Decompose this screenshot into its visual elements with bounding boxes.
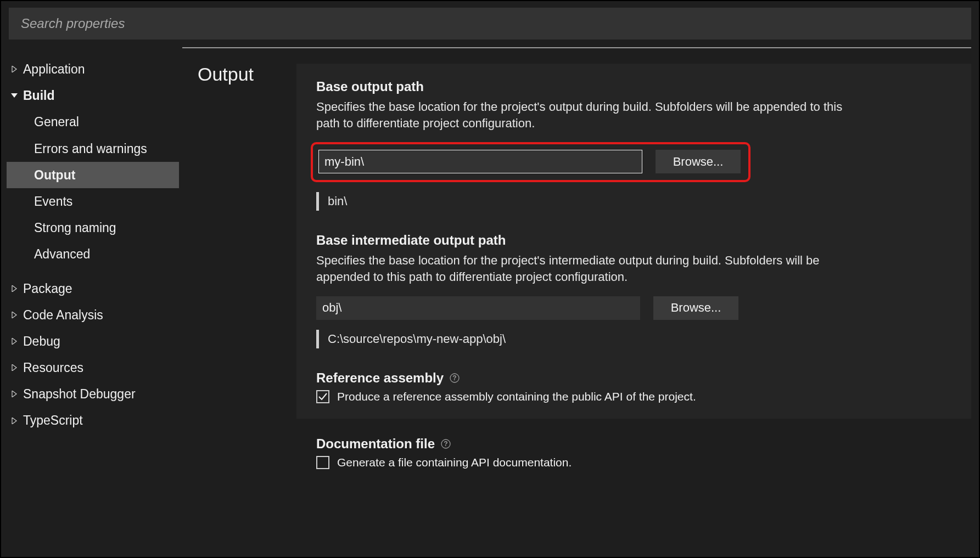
- reference-assembly-checkbox[interactable]: Produce a reference assembly containing …: [316, 390, 951, 403]
- chevron-right-icon: [9, 388, 20, 399]
- sidebar-item-debug[interactable]: Debug: [7, 328, 179, 354]
- browse-button[interactable]: Browse...: [653, 296, 738, 320]
- highlight-annotation: Browse...: [311, 142, 751, 182]
- sidebar-item-label: Code Analysis: [23, 306, 103, 324]
- setting-title: Base intermediate output path: [316, 233, 951, 248]
- sidebar-item-label: Errors and warnings: [34, 140, 147, 157]
- setting-description: Specifies the base location for the proj…: [316, 252, 854, 285]
- chevron-right-icon: [9, 64, 20, 75]
- chevron-right-icon: [9, 362, 20, 373]
- sidebar-item-errors-warnings[interactable]: Errors and warnings: [7, 136, 179, 162]
- checkbox-label: Generate a file containing API documenta…: [337, 456, 572, 469]
- sidebar-item-label: Output: [34, 166, 75, 184]
- sidebar-item-label: Strong naming: [34, 219, 116, 236]
- help-icon[interactable]: ?: [440, 438, 451, 449]
- setting-title: Reference assembly: [316, 370, 444, 386]
- chevron-right-icon: [9, 309, 20, 320]
- sidebar-item-label: Build: [23, 87, 55, 104]
- svg-text:?: ?: [444, 440, 447, 448]
- documentation-file-checkbox[interactable]: Generate a file containing API documenta…: [316, 456, 951, 469]
- sidebar-item-application[interactable]: Application: [7, 56, 179, 82]
- setting-base-intermediate-output-path: Base intermediate output path Specifies …: [316, 233, 951, 348]
- setting-title: Base output path: [316, 79, 951, 94]
- sidebar-item-label: Resources: [23, 359, 83, 376]
- sidebar-item-label: Snapshot Debugger: [23, 385, 136, 403]
- sidebar-item-strong-naming[interactable]: Strong naming: [7, 215, 179, 241]
- checkbox-box: [316, 456, 329, 469]
- chevron-right-icon: [9, 415, 20, 426]
- sidebar-item-label: Events: [34, 193, 72, 210]
- main-content: Output Base output path Specifies the ba…: [182, 47, 971, 557]
- sidebar-item-output[interactable]: Output: [7, 162, 179, 188]
- svg-text:?: ?: [452, 374, 456, 382]
- sidebar-item-events[interactable]: Events: [7, 188, 179, 215]
- sidebar-nav: Application Build General Errors and war…: [1, 47, 182, 557]
- chevron-down-icon: [9, 90, 20, 101]
- browse-button[interactable]: Browse...: [656, 150, 741, 173]
- hint-indicator-icon: [316, 330, 319, 348]
- sidebar-item-label: Application: [23, 60, 85, 78]
- sidebar-item-label: Debug: [23, 332, 60, 350]
- checkbox-label: Produce a reference assembly containing …: [337, 390, 696, 403]
- help-icon[interactable]: ?: [449, 373, 460, 384]
- hint-indicator-icon: [316, 192, 319, 211]
- setting-title: Documentation file: [316, 436, 435, 452]
- setting-description: Specifies the base location for the proj…: [316, 99, 854, 131]
- search-input[interactable]: [21, 16, 959, 31]
- setting-documentation-file: Documentation file ? Generate a file con…: [296, 436, 971, 469]
- chevron-right-icon: [9, 336, 20, 347]
- base-output-path-input[interactable]: [318, 150, 642, 173]
- setting-reference-assembly: Reference assembly ? Produce a reference…: [316, 370, 951, 403]
- sidebar-item-code-analysis[interactable]: Code Analysis: [7, 302, 179, 328]
- hint-text: C:\source\repos\my-new-app\obj\: [328, 332, 506, 346]
- sidebar-item-label: Package: [23, 280, 72, 297]
- sidebar-item-advanced[interactable]: Advanced: [7, 241, 179, 267]
- setting-base-output-path: Base output path Specifies the base loca…: [316, 79, 951, 211]
- sidebar-item-label: General: [34, 113, 79, 131]
- sidebar-item-typescript[interactable]: TypeScript: [7, 407, 179, 433]
- sidebar-item-package[interactable]: Package: [7, 275, 179, 302]
- search-bar[interactable]: [9, 8, 971, 40]
- sidebar-item-label: TypeScript: [23, 412, 83, 429]
- hint-text: bin\: [328, 194, 347, 208]
- sidebar-item-label: Advanced: [34, 245, 90, 263]
- sidebar-item-general[interactable]: General: [7, 109, 179, 135]
- sidebar-item-snapshot-debugger[interactable]: Snapshot Debugger: [7, 381, 179, 407]
- sidebar-item-resources[interactable]: Resources: [7, 354, 179, 381]
- base-intermediate-path-input[interactable]: [316, 296, 640, 320]
- chevron-right-icon: [9, 283, 20, 294]
- checkbox-box: [316, 390, 329, 403]
- sidebar-item-build[interactable]: Build: [7, 82, 179, 109]
- page-title: Output: [182, 48, 296, 557]
